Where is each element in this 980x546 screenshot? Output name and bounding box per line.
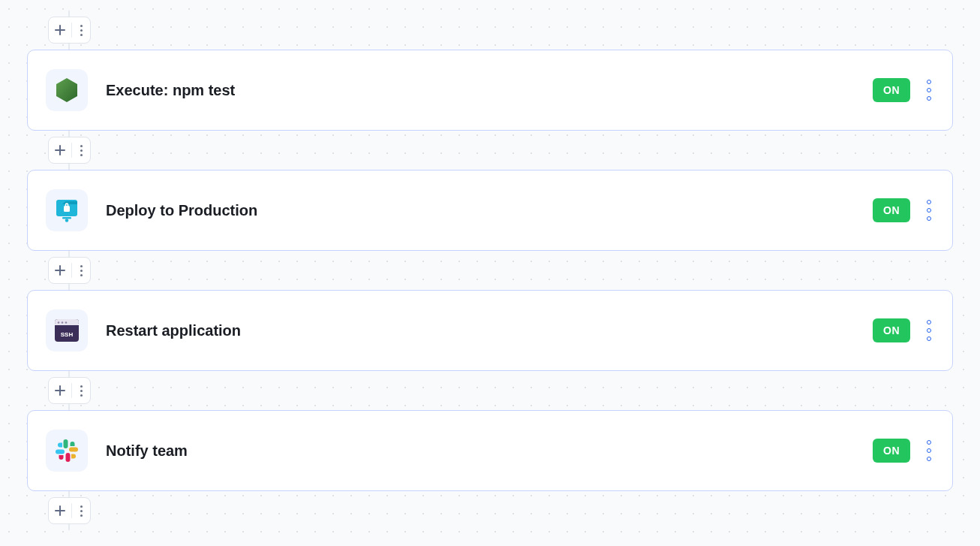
ssh-terminal-icon: SSH bbox=[53, 318, 80, 343]
pipeline-step[interactable]: SSH Restart application ON bbox=[27, 290, 953, 371]
add-step-menu-button[interactable] bbox=[72, 137, 90, 163]
step-more-button[interactable] bbox=[924, 317, 934, 344]
step-toggle[interactable]: ON bbox=[873, 439, 910, 463]
plus-icon bbox=[55, 505, 65, 516]
svg-rect-15 bbox=[56, 450, 65, 454]
plus-icon bbox=[55, 385, 65, 396]
step-connector bbox=[48, 251, 953, 290]
svg-rect-14 bbox=[66, 453, 71, 462]
kebab-icon bbox=[80, 265, 83, 276]
add-step-button-group[interactable] bbox=[48, 377, 91, 404]
step-more-button[interactable] bbox=[924, 77, 934, 104]
step-toggle[interactable]: ON bbox=[873, 78, 910, 102]
add-step-button[interactable] bbox=[49, 258, 71, 283]
step-actions: ON bbox=[873, 317, 934, 344]
slack-icon bbox=[53, 437, 80, 464]
pipeline-step[interactable]: Deploy to Production ON bbox=[27, 170, 953, 251]
svg-rect-7 bbox=[55, 324, 79, 325]
kebab-icon bbox=[80, 25, 83, 36]
pipeline-step[interactable]: Notify team ON bbox=[27, 410, 953, 491]
add-step-button[interactable] bbox=[49, 498, 71, 523]
dot-icon bbox=[927, 336, 931, 341]
dot-icon bbox=[927, 88, 931, 92]
step-title: Restart application bbox=[106, 322, 873, 339]
dot-icon bbox=[927, 200, 931, 204]
add-step-button[interactable] bbox=[49, 137, 71, 163]
add-step-menu-button[interactable] bbox=[72, 378, 90, 403]
step-title: Notify team bbox=[106, 442, 873, 460]
svg-rect-12 bbox=[64, 439, 68, 448]
pipeline-list: Execute: npm test ON bbox=[0, 11, 980, 530]
svg-rect-13 bbox=[69, 448, 78, 452]
step-title: Execute: npm test bbox=[106, 82, 873, 99]
add-step-button[interactable] bbox=[49, 378, 71, 403]
kebab-icon bbox=[80, 505, 83, 517]
add-step-button-group[interactable] bbox=[48, 137, 91, 164]
svg-point-10 bbox=[65, 321, 68, 324]
dot-icon bbox=[927, 96, 931, 101]
svg-point-9 bbox=[62, 321, 64, 324]
add-step-button[interactable] bbox=[49, 17, 71, 43]
svg-text:SSH: SSH bbox=[61, 331, 74, 338]
step-connector bbox=[48, 131, 953, 170]
svg-point-8 bbox=[58, 321, 60, 324]
step-more-button[interactable] bbox=[924, 197, 934, 224]
add-step-menu-button[interactable] bbox=[72, 498, 90, 523]
step-toggle[interactable]: ON bbox=[873, 318, 910, 342]
dot-icon bbox=[927, 457, 931, 461]
dot-icon bbox=[927, 320, 931, 324]
step-toggle[interactable]: ON bbox=[873, 198, 910, 222]
step-icon-container bbox=[46, 189, 88, 231]
nodejs-icon bbox=[53, 77, 80, 104]
plus-icon bbox=[55, 145, 65, 155]
step-icon-container bbox=[46, 430, 88, 472]
svg-rect-3 bbox=[62, 217, 71, 219]
add-step-menu-button[interactable] bbox=[72, 258, 90, 283]
dot-icon bbox=[927, 440, 931, 445]
dot-icon bbox=[927, 216, 931, 221]
dot-icon bbox=[927, 448, 931, 453]
dot-icon bbox=[927, 328, 931, 333]
step-actions: ON bbox=[873, 197, 934, 224]
step-more-button[interactable] bbox=[924, 437, 934, 464]
pipeline-step[interactable]: Execute: npm test ON bbox=[27, 50, 953, 131]
kebab-icon bbox=[80, 145, 83, 156]
sftp-icon bbox=[52, 197, 82, 224]
add-step-button-group[interactable] bbox=[48, 497, 91, 524]
kebab-icon bbox=[80, 385, 83, 397]
step-actions: ON bbox=[873, 437, 934, 464]
step-connector bbox=[48, 371, 953, 410]
add-step-button-group[interactable] bbox=[48, 17, 91, 44]
step-title: Deploy to Production bbox=[106, 202, 873, 219]
step-actions: ON bbox=[873, 77, 934, 104]
plus-icon bbox=[55, 265, 65, 276]
step-icon-container: SSH bbox=[46, 309, 88, 351]
svg-point-4 bbox=[65, 219, 68, 222]
dot-icon bbox=[927, 208, 931, 213]
step-connector bbox=[48, 11, 953, 50]
step-icon-container bbox=[46, 69, 88, 111]
add-step-button-group[interactable] bbox=[48, 257, 91, 284]
add-step-menu-button[interactable] bbox=[72, 17, 90, 43]
plus-icon bbox=[55, 25, 65, 35]
step-connector bbox=[48, 491, 953, 530]
dot-icon bbox=[927, 80, 931, 84]
